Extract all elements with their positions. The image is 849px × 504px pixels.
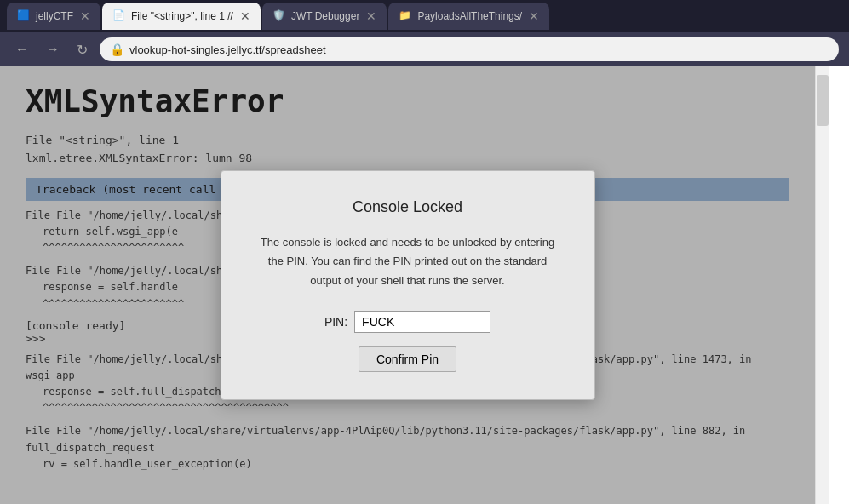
tab-jellyctf[interactable]: 🟦 jellyCTF ✕ — [7, 3, 100, 30]
nav-bar: ← → ↻ 🔒 vlookup-hot-singles.jellyc.tf/sp… — [0, 32, 849, 66]
page-content: XMLSyntaxError File "<string>", line 1 l… — [0, 66, 815, 504]
pin-row: PIN: — [255, 311, 560, 333]
modal-body: The console is locked and needs to be un… — [255, 233, 560, 289]
tab-file-string-close[interactable]: ✕ — [240, 9, 250, 23]
tab-jellyctf-label: jellyCTF — [36, 10, 73, 22]
refresh-button[interactable]: ↻ — [72, 38, 93, 61]
tab-payloads-label: PayloadsAllTheThings/ — [417, 10, 522, 22]
tab-file-string-label: File "<string>", line 1 // — [131, 10, 233, 22]
address-icon: 🔒 — [110, 43, 124, 56]
tab-payloads[interactable]: 📁 PayloadsAllTheThings/ ✕ — [388, 3, 549, 30]
page-wrapper: XMLSyntaxError File "<string>", line 1 l… — [0, 66, 849, 504]
tab-payloads-close[interactable]: ✕ — [529, 9, 539, 23]
modal-overlay: Console Locked The console is locked and… — [0, 66, 815, 504]
pin-input[interactable] — [354, 311, 490, 333]
back-button[interactable]: ← — [10, 38, 34, 60]
address-bar[interactable]: 🔒 vlookup-hot-singles.jellyc.tf/spreadsh… — [100, 37, 839, 61]
browser-chrome: 🟦 jellyCTF ✕ 📄 File "<string>", line 1 /… — [0, 0, 849, 66]
pin-label: PIN: — [324, 315, 347, 329]
modal-dialog: Console Locked The console is locked and… — [221, 170, 595, 399]
confirm-pin-button[interactable]: Confirm Pin — [359, 346, 456, 372]
tab-jwt-label: JWT Debugger — [291, 10, 359, 22]
scrollbar[interactable] — [815, 66, 829, 504]
tab-jwt-debugger[interactable]: 🛡️ JWT Debugger ✕ — [262, 3, 387, 30]
tab-payloads-favicon: 📁 — [399, 9, 412, 23]
tab-jwt-favicon: 🛡️ — [272, 9, 286, 23]
tab-jwt-close[interactable]: ✕ — [366, 9, 376, 23]
tab-jellyctf-favicon: 🟦 — [17, 9, 31, 23]
tab-jellyctf-close[interactable]: ✕ — [80, 9, 90, 23]
address-text: vlookup-hot-singles.jellyc.tf/spreadshee… — [129, 43, 326, 56]
modal-title: Console Locked — [255, 198, 560, 216]
scrollbar-thumb[interactable] — [817, 75, 829, 126]
tab-bar: 🟦 jellyCTF ✕ 📄 File "<string>", line 1 /… — [0, 0, 849, 32]
forward-button[interactable]: → — [41, 38, 65, 60]
tab-file-string[interactable]: 📄 File "<string>", line 1 // ✕ — [102, 3, 261, 30]
tab-file-string-favicon: 📄 — [112, 9, 126, 23]
